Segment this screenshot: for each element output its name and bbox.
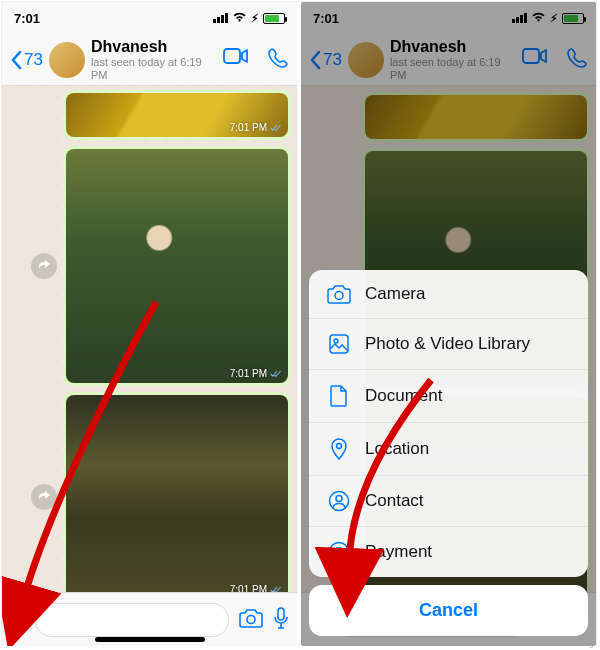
cell-signal-icon	[213, 13, 228, 23]
photo-attachment[interactable]: 7:01 PM	[66, 93, 288, 137]
svg-point-9	[337, 444, 342, 449]
chat-title[interactable]: Dhvanesh last seen today at 6:19 PM	[91, 38, 217, 82]
charge-icon: ⚡︎	[251, 12, 259, 25]
chevron-left-icon	[10, 50, 22, 70]
forward-button[interactable]	[31, 484, 57, 510]
location-icon	[327, 437, 351, 461]
sheet-item-label: Photo & Video Library	[365, 334, 530, 354]
action-sheet: Camera Photo & Video Library Document	[309, 270, 588, 636]
clock: 7:01	[14, 11, 40, 26]
sheet-item-label: Payment	[365, 542, 432, 562]
sheet-item-location[interactable]: Location	[309, 423, 588, 476]
contact-icon	[327, 490, 351, 512]
phone-right: 7:01 ⚡︎ 73 Dhvanesh last seen today at 6…	[301, 2, 596, 646]
svg-point-1	[247, 615, 255, 623]
home-indicator[interactable]	[95, 637, 205, 642]
back-count: 73	[24, 50, 43, 70]
svg-point-8	[334, 339, 338, 343]
document-icon	[327, 384, 351, 408]
status-bar: 7:01 ⚡︎	[2, 2, 297, 34]
chat-header: 73 Dhvanesh last seen today at 6:19 PM	[2, 34, 297, 86]
photo-attachment[interactable]: 7:01 PM	[66, 149, 288, 383]
camera-icon	[327, 284, 351, 304]
sheet-item-contact[interactable]: Contact	[309, 476, 588, 527]
battery-icon	[263, 13, 285, 24]
chat-scroll[interactable]: 7:01 PM 7:01 PM	[2, 86, 297, 592]
avatar[interactable]	[49, 42, 85, 78]
photo-attachment[interactable]: 7:01 PM	[66, 395, 288, 592]
sheet-item-label: Location	[365, 439, 429, 459]
sheet-item-label: Camera	[365, 284, 425, 304]
sheet-item-camera[interactable]: Camera	[309, 270, 588, 319]
message-bubble[interactable]: 7:01 PM	[63, 90, 291, 140]
attach-button[interactable]: +	[10, 604, 25, 635]
voice-call-button[interactable]	[267, 47, 289, 73]
cancel-label: Cancel	[419, 600, 478, 620]
svg-point-6	[335, 292, 343, 300]
cancel-button[interactable]: Cancel	[309, 585, 588, 636]
svg-text:₹: ₹	[335, 545, 343, 559]
back-button[interactable]: 73	[10, 50, 43, 70]
last-seen: last seen today at 6:19 PM	[91, 56, 217, 81]
contact-name: Dhvanesh	[91, 38, 217, 56]
mic-button[interactable]	[273, 607, 289, 633]
sheet-item-label: Document	[365, 386, 442, 406]
forward-button[interactable]	[31, 253, 57, 279]
svg-point-11	[336, 496, 342, 502]
timestamp: 7:01 PM	[230, 368, 282, 379]
sheet-item-label: Contact	[365, 491, 424, 511]
message-bubble[interactable]: 7:01 PM	[63, 392, 291, 592]
timestamp: 7:01 PM	[230, 584, 282, 592]
svg-rect-2	[278, 608, 284, 620]
rupee-icon: ₹	[327, 541, 351, 563]
camera-button[interactable]	[239, 608, 263, 632]
video-call-button[interactable]	[223, 47, 249, 73]
sheet-item-payment[interactable]: ₹ Payment	[309, 527, 588, 577]
phone-left: 7:01 ⚡︎ 73 Dhvanesh last seen today at 6…	[2, 2, 297, 646]
sheet-item-photo-library[interactable]: Photo & Video Library	[309, 319, 588, 370]
photo-icon	[327, 333, 351, 355]
timestamp: 7:01 PM	[230, 122, 282, 133]
wifi-icon	[232, 11, 247, 26]
svg-rect-0	[224, 49, 240, 63]
message-input[interactable]	[35, 603, 229, 637]
svg-rect-7	[330, 335, 348, 353]
sheet-item-document[interactable]: Document	[309, 370, 588, 423]
message-bubble[interactable]: 7:01 PM	[63, 146, 291, 386]
